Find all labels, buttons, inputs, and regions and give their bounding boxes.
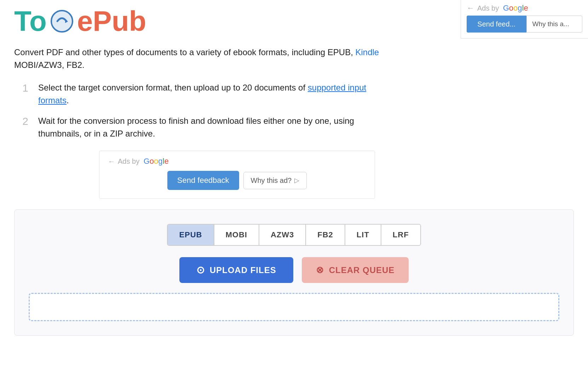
steps-list: 1 Select the target conversion format, t… (14, 81, 574, 140)
logo: To ePub (14, 7, 146, 35)
why-this-button-mid[interactable]: Why this ad? ▷ (243, 172, 307, 189)
ads-banner-middle: ← Ads by Google Send feedback Why this a… (99, 151, 375, 199)
tab-lit[interactable]: LIT (345, 225, 381, 245)
tab-fb2[interactable]: FB2 (306, 225, 345, 245)
header: To ePub English ▾ ← Ads by Google (0, 0, 588, 39)
ads-banner-buttons-middle: Send feedback Why this ad? ▷ (108, 171, 366, 190)
ads-header-row: ← Ads by Google (467, 4, 582, 13)
upload-label: UPLOAD FILES (210, 265, 276, 275)
tab-azw3[interactable]: AZW3 (259, 225, 306, 245)
step-2-number: 2 (14, 115, 28, 127)
logo-to: To (14, 7, 47, 35)
ads-by-label-mid: Ads by Google (118, 157, 169, 166)
description: Convert PDF and other types of documents… (14, 46, 386, 71)
step-1-text-before: Select the target conversion format, the… (38, 83, 308, 92)
ads-buttons-row-top: Send feed... Why this a... (467, 16, 582, 33)
upload-files-button[interactable]: ⊙ UPLOAD FILES (179, 257, 293, 283)
clear-icon: ⊗ (316, 265, 324, 276)
description-text-before: Convert PDF and other types of documents… (14, 47, 355, 57)
step-1-number: 1 (14, 82, 28, 94)
why-this-button-top[interactable]: Why this a... (526, 16, 583, 33)
step-1-text-after: . (67, 96, 69, 105)
clear-label: CLEAR QUEUE (329, 265, 395, 275)
ads-back-arrow-top[interactable]: ← (467, 4, 474, 13)
kindle-link[interactable]: Kindle (355, 47, 379, 57)
action-buttons: ⊙ UPLOAD FILES ⊗ CLEAR QUEUE (29, 257, 559, 283)
why-this-icon-mid: ▷ (294, 176, 299, 184)
step-1: 1 Select the target conversion format, t… (14, 81, 574, 107)
logo-icon (50, 9, 74, 34)
main-content: Convert PDF and other types of documents… (0, 39, 588, 199)
ads-banner-header-middle: ← Ads by Google (108, 157, 366, 166)
tab-epub[interactable]: EPUB (168, 225, 214, 245)
step-2: 2 Wait for the conversion process to fin… (14, 115, 574, 140)
ads-by-label-top: Ads by Google (477, 4, 528, 13)
tab-mobi[interactable]: MOBI (214, 225, 259, 245)
clear-queue-button[interactable]: ⊗ CLEAR QUEUE (302, 257, 409, 283)
step-1-text: Select the target conversion format, the… (38, 81, 378, 107)
ads-panel-topright: ← Ads by Google Send feed... Why this a.… (461, 0, 588, 39)
tab-lrf[interactable]: LRF (381, 225, 420, 245)
format-tabs: EPUB MOBI AZW3 FB2 LIT LRF (167, 224, 421, 246)
step-2-text: Wait for the conversion process to finis… (38, 115, 378, 140)
send-feedback-button-mid[interactable]: Send feedback (167, 171, 239, 190)
logo-epub: ePub (77, 7, 146, 35)
conversion-section: EPUB MOBI AZW3 FB2 LIT LRF ⊙ UPLOAD FILE… (14, 209, 574, 336)
upload-icon: ⊙ (196, 264, 205, 276)
description-text-after: MOBI/AZW3, FB2. (14, 60, 85, 70)
send-feedback-button-top[interactable]: Send feed... (467, 16, 526, 33)
ads-back-arrow-mid[interactable]: ← (108, 157, 115, 166)
drop-area[interactable] (29, 293, 559, 321)
